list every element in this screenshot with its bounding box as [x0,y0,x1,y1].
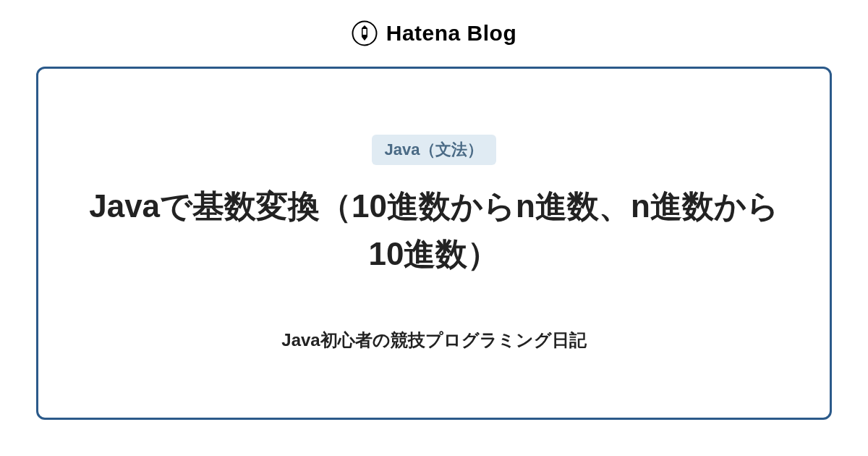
blog-name: Java初心者の競技プログラミング日記 [281,329,586,352]
svg-rect-1 [362,29,366,35]
logo-text: Hatena Blog [386,21,517,46]
hatena-logo-icon [352,20,378,46]
header: Hatena Blog [0,0,868,67]
category-tag: Java（文法） [372,135,497,165]
article-card: Java（文法） Javaで基数変換（10進数からn進数、n進数から10進数） … [36,67,832,420]
article-title: Javaで基数変換（10進数からn進数、n進数から10進数） [82,182,786,278]
